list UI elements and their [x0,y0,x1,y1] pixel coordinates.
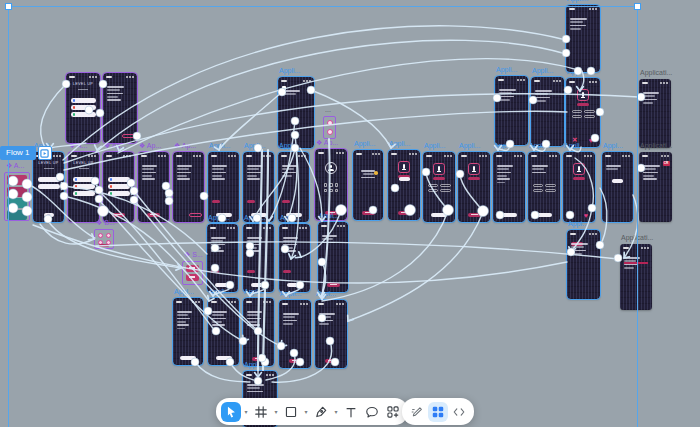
pen-tool-caret[interactable]: ▾ [332,408,340,415]
frame-label[interactable]: Appli... [389,140,410,148]
frame-label[interactable]: Appli... [424,142,445,150]
phone-frame[interactable]: LEVEL UP... [33,152,64,222]
component-c2[interactable] [94,229,114,249]
frame-label[interactable]: Appli... [244,214,265,222]
like-icon[interactable]: ♥ [589,137,593,144]
phone-frame[interactable]: ✕♥ [563,152,595,222]
phone-frame[interactable] [315,149,347,220]
frame-label[interactable]: ❖ A... [69,142,87,150]
frame-label[interactable]: Appli... [209,142,230,150]
frame-label[interactable]: Appli... [280,214,301,222]
phone-frame[interactable] [528,152,560,222]
phone-frame[interactable] [138,152,169,222]
flow-badge[interactable]: Flow 1 [0,146,52,160]
phone-frame[interactable] [208,152,239,222]
phone-frame[interactable] [493,152,525,222]
frame-label[interactable]: Appli... [208,214,229,222]
frame-label[interactable]: Appl... [316,290,336,298]
phone-frame[interactable] [243,224,274,292]
dismiss-icon[interactable]: ✕ [569,211,574,219]
component-label[interactable]: ❖ S... [184,251,203,259]
actions-tool-button[interactable] [383,402,403,422]
comment-tool-button[interactable] [362,402,382,422]
phone-frame[interactable] [353,150,383,220]
phone-frame[interactable] [279,224,310,292]
dev-mode-button[interactable] [449,402,469,422]
frame-label[interactable]: ❖ Ap... [316,139,338,147]
phone-frame[interactable] [566,5,600,72]
annotate-mode-button[interactable] [407,402,427,422]
frame-label[interactable]: Appli... [459,142,480,150]
frame-tool-button[interactable] [251,402,271,422]
frame-label[interactable]: ❖ Ap... [174,142,196,150]
selection-handle-topright[interactable] [634,3,641,10]
phone-frame[interactable]: ✕♥ [566,78,600,147]
component-chip[interactable] [7,187,27,197]
frame-label[interactable]: Appli... [354,140,375,148]
shape-tool-caret[interactable]: ▾ [302,408,310,415]
phone-frame[interactable] [173,298,203,365]
component-label[interactable]: ❖ B... [96,219,115,227]
phone-frame[interactable] [423,152,455,222]
resources-mode-button[interactable] [428,402,448,422]
frame-tool-caret[interactable]: ▾ [272,408,280,415]
phone-frame[interactable] [279,300,311,368]
phone-frame[interactable] [207,224,238,292]
frame-label[interactable]: Appli... [564,142,585,150]
phone-frame[interactable] [173,152,204,222]
component-chip[interactable] [7,210,27,220]
frame-label[interactable]: Applicati... [640,142,672,150]
phone-frame[interactable] [315,300,347,368]
selection-handle-topleft[interactable] [5,3,12,10]
like-icon[interactable]: ♥ [584,212,588,219]
frame-label[interactable]: Appl... [174,288,194,296]
frame-label[interactable]: Appli... [244,288,265,296]
frame-label[interactable]: Appl... [603,142,623,150]
phone-frame[interactable] [278,77,314,148]
frame-label[interactable]: Appl... [319,212,339,220]
canvas[interactable]: LEVEL UPAppli...Appli...Appli...✕♥Appli.… [0,0,700,427]
frame-label[interactable]: Appli... [567,0,588,3]
shape-tool-button[interactable] [281,402,301,422]
frame-label[interactable]: ❖ Ap... [139,142,161,150]
phone-frame[interactable] [103,152,134,222]
phone-frame[interactable] [620,244,652,310]
frame-label[interactable]: Appli... [496,66,517,74]
component-c3[interactable] [182,261,203,285]
component-c4[interactable] [323,116,336,139]
frame-label[interactable]: Appli... [279,67,300,75]
frame-label[interactable]: App... [494,142,512,150]
frame-label[interactable]: Appl... [244,361,264,369]
move-tool-button[interactable] [221,402,241,422]
phone-frame[interactable] [458,152,490,222]
move-tool-caret[interactable]: ▾ [242,408,250,415]
phone-frame[interactable]: LEVEL UP [68,152,99,222]
phone-frame[interactable] [243,152,274,222]
frame-label[interactable]: Appli... [244,142,265,150]
phone-frame[interactable] [602,152,633,222]
frame-label[interactable]: Appl... [279,142,299,150]
phone-frame[interactable] [208,298,239,365]
phone-frame[interactable] [103,73,137,143]
phone-frame[interactable]: LEVEL UP [66,73,100,143]
phone-frame[interactable] [243,298,274,366]
frame-label[interactable]: Applicati... [640,69,672,77]
frame-label[interactable]: Appli... [280,290,301,298]
component-chip[interactable] [7,175,27,185]
component-chip[interactable] [7,198,27,208]
frame-label[interactable]: ❖ Ap... [104,142,126,150]
frame-label[interactable]: Appli... [209,288,230,296]
frame-label[interactable]: Appli... [529,142,550,150]
phone-frame[interactable] [278,152,309,222]
component-label[interactable]: ... [325,106,331,114]
flow-name-label[interactable]: Flow 1 [0,146,36,160]
phone-frame[interactable] [567,230,600,299]
text-tool-button[interactable] [341,402,361,422]
phone-frame[interactable] [639,79,671,148]
phone-frame[interactable] [495,76,528,145]
phone-frame[interactable] [318,222,348,292]
pen-tool-button[interactable] [311,402,331,422]
frame-label[interactable]: Appli... [532,67,553,75]
phone-frame[interactable]: CR [639,152,672,222]
flow-icon-button[interactable] [38,146,52,160]
